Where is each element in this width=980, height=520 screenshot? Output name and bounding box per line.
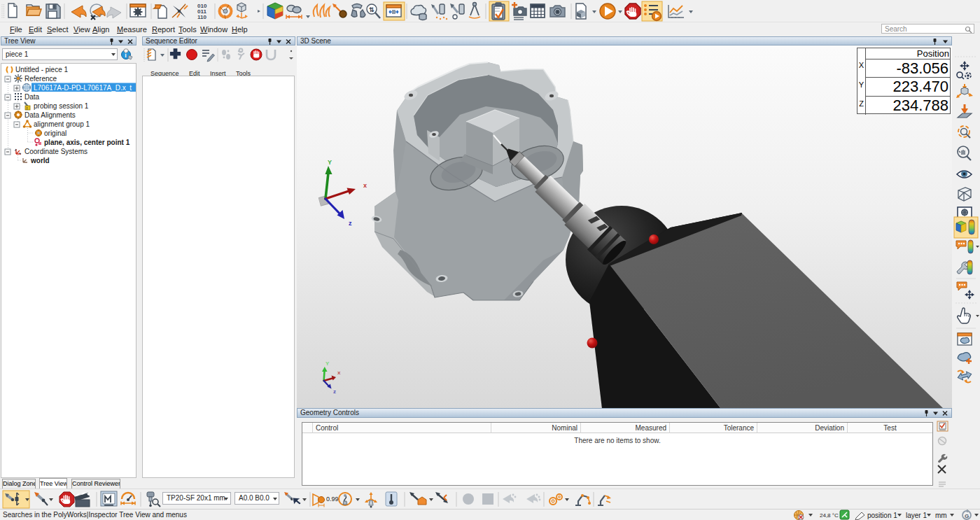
svg-text:Data Alignments: Data Alignments (24, 111, 76, 119)
svg-text:Data: Data (24, 93, 40, 101)
svg-text:original: original (44, 129, 66, 137)
svg-text:G: G (965, 513, 969, 519)
svg-text:!: ! (27, 106, 28, 111)
svg-text:x: x (363, 182, 367, 189)
svg-text:Untitled - piece 1: Untitled - piece 1 (15, 66, 68, 73)
svg-text:Reference: Reference (24, 75, 57, 83)
svg-text:110: 110 (197, 14, 206, 20)
svg-text:position 1: position 1 (867, 512, 897, 519)
svg-text:world: world (30, 157, 50, 164)
svg-text:Coordinate Systems: Coordinate Systems (24, 148, 88, 155)
svg-text:i: i (125, 52, 127, 59)
svg-text:probing session 1: probing session 1 (34, 102, 89, 110)
svg-text:plane, axis, center point 1: plane, axis, center point 1 (44, 139, 130, 146)
svg-text:mm: mm (935, 512, 947, 519)
svg-text:⇅: ⇅ (369, 6, 374, 13)
svg-text:z: z (333, 388, 336, 395)
svg-text:Y: Y (328, 159, 332, 166)
svg-text:z: z (349, 220, 352, 227)
svg-text:Y: Y (326, 360, 330, 367)
svg-text:alignment group 1: alignment group 1 (34, 120, 90, 128)
svg-text:L70617A-D-PD-L70617A_D.x_t: L70617A-D-PD-L70617A_D.x_t (34, 84, 132, 92)
svg-text:x: x (337, 370, 341, 376)
svg-text:0.99: 0.99 (326, 496, 339, 503)
svg-text:layer 1: layer 1 (906, 512, 927, 519)
svg-text:24,8 °C: 24,8 °C (820, 512, 839, 519)
